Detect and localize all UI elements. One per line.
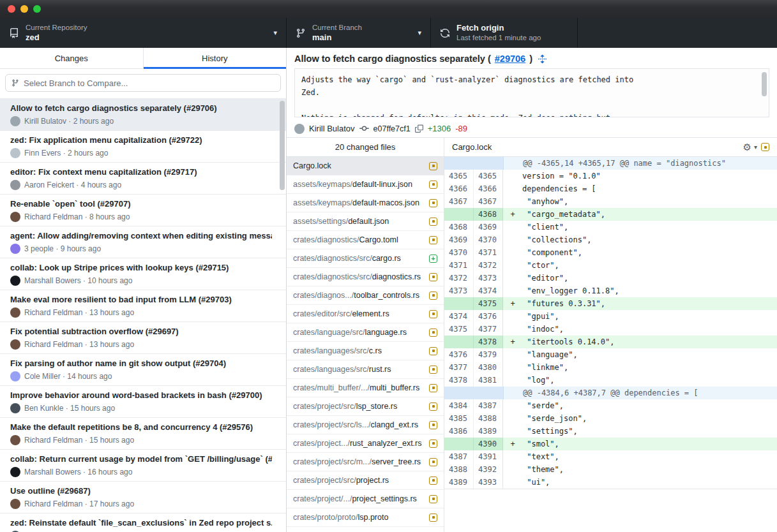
diff-old-line-number: 4389: [444, 476, 474, 489]
tab-changes[interactable]: Changes: [0, 48, 144, 68]
current-repository-selector[interactable]: Current Repository zed ▾: [0, 18, 287, 48]
commit-item-meta: Finn Evers · 2 hours ago: [10, 148, 272, 158]
file-name: Cargo.lock: [293, 161, 331, 170]
fetch-origin-button[interactable]: Fetch origin Last fetched 1 minute ago: [431, 18, 578, 48]
changed-file-item[interactable]: crates/project/.../project_settings.rs: [287, 490, 444, 508]
commit-list-item[interactable]: Make eval more resilient to bad input fr…: [0, 290, 286, 322]
diff-header: Cargo.lock ⚙ ▾: [444, 138, 777, 157]
toolbar: Current Repository zed ▾ Current Branch …: [0, 18, 777, 48]
commit-item-title: Improve behavior around word-based brack…: [10, 390, 272, 400]
modified-status-icon: [429, 403, 437, 411]
commit-item-author-time: Richard Feldman · 15 hours ago: [24, 436, 134, 445]
modified-status-icon: [429, 440, 437, 448]
commit-list-item[interactable]: zed: Reinstate default `file_scan_exclus…: [0, 514, 286, 532]
file-path: assets/settings/default.json: [293, 217, 425, 226]
commit-item-meta: Richard Feldman · 13 hours ago: [10, 307, 272, 318]
commit-list-item[interactable]: Re-enable `open` tool (#29707) Richard F…: [0, 195, 286, 226]
file-name: default.json: [348, 217, 389, 226]
avatar: [10, 499, 20, 509]
changed-file-item[interactable]: crates/project/src/m.../server_tree.rs: [287, 453, 444, 471]
description-scrollbar[interactable]: [762, 72, 767, 96]
file-path: crates/diagnostics/src/diagnostics.rs: [293, 272, 425, 281]
changed-file-item[interactable]: crates/project.../rust_analyzer_ext.rs: [287, 434, 444, 453]
commit-item-meta: Richard Feldman · 8 hours ago: [10, 212, 272, 222]
changed-file-item[interactable]: crates/project/src/lsp_store.rs: [287, 397, 444, 416]
minimize-window-button[interactable]: [20, 5, 28, 13]
description-line: Zed.: [301, 86, 762, 99]
unfold-commit-summary-icon[interactable]: [538, 54, 547, 64]
changed-file-item[interactable]: crates/diagnostics/src/cargo.rs +: [287, 249, 444, 268]
commit-item-author-time: Finn Evers · 2 hours ago: [24, 149, 108, 158]
diff-marker: [503, 450, 522, 463]
changed-file-item[interactable]: crates/project/src/project.rs: [287, 471, 444, 490]
changed-file-item[interactable]: assets/settings/default.json: [287, 212, 444, 231]
diff-old-line-number: 4388: [444, 463, 474, 476]
commit-list-item[interactable]: Allow to fetch cargo diagnostics separat…: [0, 99, 286, 131]
diff-line-text: version = "0.1.0": [522, 170, 777, 182]
commit-list-scrollbar[interactable]: [280, 101, 285, 190]
changed-file-item[interactable]: assets/keymaps/default-linux.json: [287, 175, 444, 194]
commit-list-item[interactable]: collab: Return current usage by model fr…: [0, 450, 286, 482]
commit-list: Allow to fetch cargo diagnostics separat…: [0, 99, 286, 532]
commit-list-item[interactable]: Make the default repetitions be 8, and c…: [0, 418, 286, 450]
diff-marker: [503, 412, 522, 425]
current-branch-label: Current Branch: [312, 23, 362, 32]
commit-meta-row: Kirill Bulatov e07ffe7cf1 +1306 -89: [294, 117, 769, 138]
pr-number-link[interactable]: #29706: [495, 54, 525, 64]
changed-file-item[interactable]: crates/diagnos.../toolbar_controls.rs: [287, 286, 444, 305]
changed-file-item[interactable]: crates/editor/src/element.rs: [287, 305, 444, 323]
file-path: crates/languages/src/c.rs: [293, 346, 425, 355]
modified-status-icon: [429, 495, 437, 503]
commit-detail-title: Allow to fetch cargo diagnostics separat…: [294, 54, 769, 64]
diff-context-line: 43744376 "gpui",: [444, 310, 777, 323]
commit-list-item[interactable]: Improve behavior around word-based brack…: [0, 386, 286, 418]
changed-file-item[interactable]: crates/languages/src/rust.rs: [287, 360, 444, 379]
close-window-button[interactable]: [8, 5, 15, 13]
chevron-down-icon[interactable]: ▾: [754, 144, 757, 151]
diff-line-text: "ctor",: [522, 259, 777, 272]
maximize-window-button[interactable]: [33, 5, 41, 13]
history-sidebar: Changes History Select Branch to Compare…: [0, 48, 287, 532]
diff-hunk-header: @@ -4365,14 +4365,17 @@ name = "diagnost…: [444, 157, 777, 170]
changed-file-item[interactable]: crates/language/src/language.rs: [287, 323, 444, 342]
gear-icon[interactable]: ⚙: [743, 142, 751, 153]
file-name: rust_analyzer_ext.rs: [350, 439, 422, 448]
diff-hunk-header: @@ -4384,6 +4387,7 @@ dependencies = [: [444, 387, 777, 399]
commit-list-item[interactable]: zed: Fix application menu capitalization…: [0, 131, 286, 163]
changed-file-item[interactable]: assets/keymaps/default-macos.json: [287, 194, 444, 212]
commit-list-item[interactable]: collab: Look up Stripe prices with looku…: [0, 258, 286, 290]
tab-history[interactable]: History: [144, 48, 287, 68]
changed-file-item[interactable]: crates/proto/proto/lsp.proto: [287, 508, 444, 527]
avatar: [10, 276, 20, 286]
diff-new-line-number: 4372: [474, 259, 503, 272]
changed-file-item[interactable]: crates/project/src/ls.../clangd_ext.rs: [287, 416, 444, 434]
commit-description-box[interactable]: Adjusts the way `cargo` and `rust-analyz…: [294, 68, 769, 117]
modified-status-icon: [429, 162, 437, 170]
file-path: crates/project.../rust_analyzer_ext.rs: [293, 439, 425, 448]
diff-old-line-number: 4372: [444, 272, 474, 284]
compare-branch-input[interactable]: Select Branch to Compare...: [5, 74, 281, 92]
commit-list-item[interactable]: editor: Fix context menu capitalization …: [0, 163, 286, 195]
modified-status-icon: [429, 329, 437, 337]
file-path: assets/keymaps/default-linux.json: [293, 180, 425, 189]
commit-list-item[interactable]: Use outline (#29687) Richard Feldman · 1…: [0, 482, 286, 514]
current-branch-selector[interactable]: Current Branch main ▾: [287, 18, 431, 48]
commit-list-item[interactable]: agent: Allow adding/removing context whe…: [0, 226, 286, 258]
commit-item-meta: Marshall Bowers · 16 hours ago: [10, 467, 272, 477]
commit-title-suffix: ): [529, 54, 532, 64]
copy-icon[interactable]: [415, 124, 423, 133]
changed-file-item[interactable]: crates/diagnostics/Cargo.toml: [287, 231, 444, 249]
diff-old-line-number: 4370: [444, 246, 474, 259]
chevron-down-icon: ▾: [418, 29, 421, 37]
changed-file-item[interactable]: crates/languages/src/c.rs: [287, 342, 444, 360]
commit-item-meta: Richard Feldman · 17 hours ago: [10, 499, 272, 509]
commit-list-item[interactable]: Fix potential subtraction overflow (#296…: [0, 322, 286, 354]
changed-files-panel: 20 changed files Cargo.lock assets/keyma…: [287, 138, 444, 532]
commit-list-item[interactable]: Fix parsing of author name in git show o…: [0, 354, 286, 386]
diff-context-line: 43774380 "linkme",: [444, 361, 777, 374]
changed-file-item[interactable]: Cargo.lock: [287, 157, 444, 175]
changed-file-item[interactable]: crates/multi_buffer/.../multi_buffer.rs: [287, 379, 444, 397]
commit-item-title: agent: Allow adding/removing context whe…: [10, 231, 272, 240]
commit-detail-panel: Allow to fetch cargo diagnostics separat…: [287, 48, 777, 532]
changed-file-item[interactable]: crates/diagnostics/src/diagnostics.rs: [287, 268, 444, 286]
